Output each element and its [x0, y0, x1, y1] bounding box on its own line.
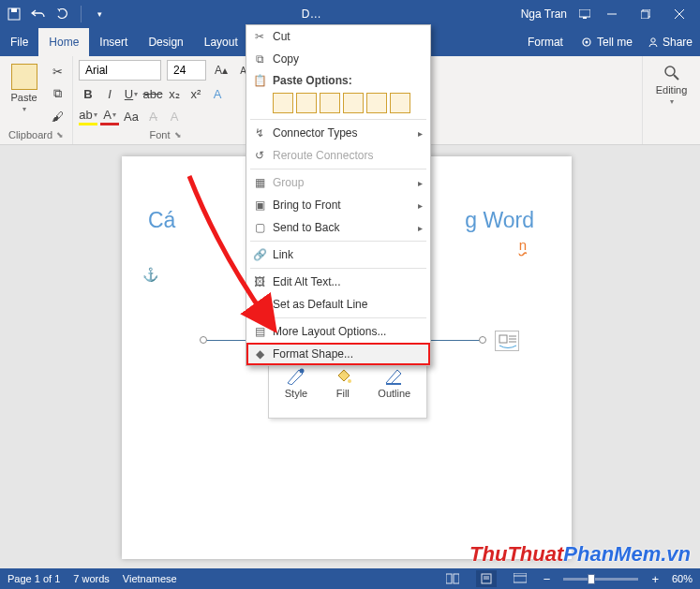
tell-me-search[interactable]: Tell me — [573, 28, 640, 56]
anchor-icon[interactable]: ⚓ — [142, 267, 158, 282]
menu-format-shape[interactable]: ◆Format Shape... — [246, 343, 430, 365]
tab-design[interactable]: Design — [138, 28, 193, 56]
status-language[interactable]: Vietnamese — [123, 573, 177, 584]
paste-option-1[interactable] — [273, 93, 293, 113]
menu-edit-alt-text[interactable]: 🖾Edit Alt Text... — [246, 271, 430, 293]
user-name[interactable]: Nga Tran — [521, 7, 567, 21]
web-layout-button[interactable] — [510, 570, 530, 587]
link-icon: 🔗 — [251, 248, 268, 261]
tab-insert[interactable]: Insert — [89, 28, 138, 56]
layout-options-button[interactable] — [495, 331, 519, 351]
paste-label: Paste — [10, 92, 37, 103]
minimize-button[interactable] — [595, 0, 629, 28]
clipboard-group-label: Clipboard — [8, 129, 52, 140]
grow-font-button[interactable]: A▴ — [212, 61, 231, 80]
dialog-launcher-icon[interactable]: ⬊ — [56, 130, 64, 140]
undo-icon[interactable] — [28, 4, 49, 24]
bring-front-icon: ▣ — [251, 199, 268, 212]
mini-style-button[interactable]: Style — [285, 365, 307, 418]
qat-customize-icon[interactable]: ▾ — [89, 4, 110, 24]
menu-connector-types[interactable]: ↯Connector Types — [246, 122, 430, 144]
editing-button[interactable]: Editing ▾ — [648, 60, 694, 106]
menu-set-default-line[interactable]: Set as Default Line — [246, 293, 430, 316]
superscript-button[interactable]: x² — [186, 84, 205, 103]
font-size-combobox[interactable]: 24 — [167, 60, 206, 81]
menu-link[interactable]: 🔗Link — [246, 243, 430, 266]
menu-set-default-label: Set as Default Line — [273, 298, 367, 311]
watermark-part3: .vn — [661, 542, 691, 566]
paste-button[interactable]: Paste ▾ — [6, 60, 42, 113]
menu-copy[interactable]: ⧉Copy — [246, 48, 430, 70]
print-layout-button[interactable] — [476, 570, 497, 587]
status-page[interactable]: Page 1 of 1 — [7, 573, 60, 584]
cut-icon[interactable]: ✂ — [48, 62, 67, 81]
menu-cut[interactable]: ✂Cut — [246, 25, 430, 48]
zoom-in-button[interactable]: + — [651, 572, 659, 586]
change-case-button[interactable]: Aa — [122, 107, 141, 125]
save-icon[interactable] — [4, 4, 24, 24]
menu-link-label: Link — [273, 248, 293, 261]
zoom-slider[interactable] — [563, 578, 638, 581]
highlight-button[interactable]: ab — [79, 107, 97, 125]
redo-icon[interactable] — [52, 4, 73, 24]
menu-more-layout-options[interactable]: ▤More Layout Options... — [246, 320, 430, 343]
subheading-fragment-right: n — [519, 237, 527, 253]
paste-option-5[interactable] — [366, 93, 387, 113]
tab-format[interactable]: Format — [517, 28, 573, 56]
mini-outline-button[interactable]: Outline — [378, 365, 410, 418]
font-color-button[interactable]: A — [100, 107, 119, 125]
underline-button[interactable]: U — [122, 84, 141, 103]
zoom-out-button[interactable]: − — [544, 572, 551, 586]
menu-connector-types-label: Connector Types — [273, 126, 358, 140]
copy-icon[interactable]: ⧉ — [48, 84, 67, 103]
menu-group: ▦Group — [246, 171, 430, 194]
editing-label: Editing — [656, 84, 688, 96]
shape-handle-right[interactable] — [479, 336, 486, 344]
menu-send-to-back[interactable]: ▢Send to Back — [246, 216, 430, 239]
share-button[interactable]: Share — [640, 28, 700, 56]
paste-option-3[interactable] — [320, 93, 340, 113]
mini-fill-button[interactable]: Fill — [332, 365, 354, 418]
menu-separator — [250, 317, 426, 318]
menu-paste-options-header: 📋Paste Options: — [246, 70, 430, 91]
tab-home[interactable]: Home — [38, 28, 89, 56]
clear-formatting-button[interactable]: A̶ — [143, 107, 162, 125]
tab-file[interactable]: File — [0, 28, 38, 56]
zoom-slider-thumb[interactable] — [588, 574, 595, 584]
tell-me-label: Tell me — [597, 36, 633, 49]
tab-layout[interactable]: Layout — [194, 28, 248, 56]
phonetic-guide-button[interactable]: A — [165, 107, 184, 125]
paste-option-4[interactable] — [343, 93, 364, 113]
dialog-launcher-icon[interactable]: ⬊ — [174, 130, 182, 140]
close-button[interactable] — [663, 0, 696, 28]
restore-button[interactable] — [629, 0, 663, 28]
mini-fill-label: Fill — [336, 388, 350, 399]
svg-rect-6 — [641, 11, 648, 19]
find-icon — [663, 64, 681, 82]
layout-icon: ▤ — [251, 325, 268, 338]
status-words[interactable]: 7 words — [73, 573, 110, 584]
text-effects-button[interactable]: A — [208, 84, 227, 103]
bold-button[interactable]: B — [79, 84, 97, 103]
svg-line-13 — [674, 75, 678, 80]
font-name-value: Arial — [85, 64, 108, 77]
zoom-level[interactable]: 60% — [672, 573, 693, 584]
paste-icon: 📋 — [251, 74, 268, 87]
read-mode-button[interactable] — [442, 570, 463, 587]
subscript-button[interactable]: x₂ — [165, 84, 184, 103]
paste-option-6[interactable] — [390, 93, 410, 113]
italic-button[interactable]: I — [100, 84, 119, 103]
paste-options-row — [246, 91, 430, 117]
menu-bring-to-front[interactable]: ▣Bring to Front — [246, 194, 430, 216]
shape-handle-left[interactable] — [200, 336, 207, 344]
menu-format-shape-label: Format Shape... — [273, 347, 353, 361]
format-painter-icon[interactable]: 🖌 — [48, 107, 67, 125]
menu-bring-front-label: Bring to Front — [273, 199, 341, 212]
menu-separator — [250, 241, 426, 242]
send-back-icon: ▢ — [251, 221, 268, 234]
ribbon-display-options-icon[interactable] — [574, 4, 595, 24]
copy-icon: ⧉ — [251, 52, 268, 66]
font-name-combobox[interactable]: Arial — [79, 60, 161, 81]
strikethrough-button[interactable]: abc — [143, 84, 162, 103]
paste-option-2[interactable] — [296, 93, 317, 113]
